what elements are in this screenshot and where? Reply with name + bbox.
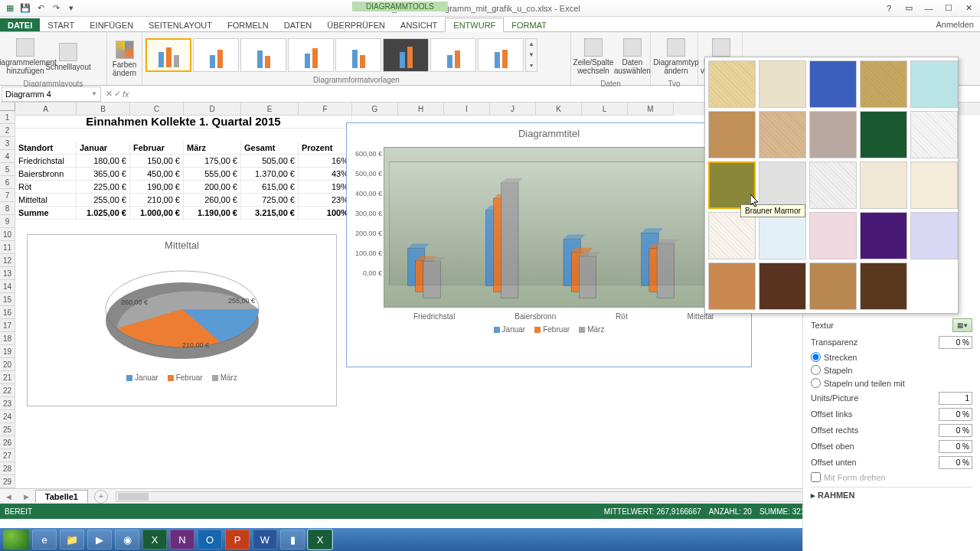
texture-swatch[interactable] bbox=[860, 161, 907, 209]
tab-seitenlayout[interactable]: SEITENLAYOUT bbox=[141, 18, 220, 31]
format-pane[interactable]: Textur▦▾ Transparenz Strecken Stapeln St… bbox=[802, 312, 980, 551]
column-header[interactable]: G bbox=[352, 103, 398, 116]
bar-chart[interactable]: Diagrammtitel 600,00 €500,00 €400,00 €30… bbox=[346, 122, 752, 367]
column-header[interactable]: F bbox=[299, 103, 352, 116]
texture-swatch[interactable] bbox=[708, 212, 756, 259]
row-header[interactable]: 11 bbox=[0, 241, 15, 254]
texture-swatch[interactable] bbox=[809, 161, 857, 209]
cancel-fx-icon[interactable]: ✕ bbox=[106, 89, 113, 99]
column-header[interactable]: J bbox=[490, 103, 536, 116]
enter-fx-icon[interactable]: ✓ bbox=[114, 89, 121, 99]
quick-layout-button[interactable]: Schnelllayout bbox=[49, 34, 87, 80]
select-data-button[interactable]: Daten auswählen bbox=[614, 34, 651, 80]
column-header[interactable]: H bbox=[398, 103, 444, 116]
sheet-nav-prev[interactable]: ◄ bbox=[0, 492, 18, 501]
row-header[interactable]: 1 bbox=[0, 111, 15, 124]
column-header[interactable]: E bbox=[241, 103, 299, 116]
row-header[interactable]: 14 bbox=[0, 280, 15, 293]
tab-entwurf[interactable]: ENTWURF bbox=[445, 18, 504, 32]
column-header[interactable]: L bbox=[582, 103, 628, 116]
chart-style-7[interactable] bbox=[430, 38, 476, 72]
tab-daten[interactable]: DATEN bbox=[276, 18, 319, 31]
tab-format[interactable]: FORMAT bbox=[504, 18, 554, 31]
qat-more-icon[interactable]: ▾ bbox=[64, 2, 78, 15]
offset-right-input[interactable] bbox=[939, 424, 972, 437]
fx-icon[interactable]: fx bbox=[122, 90, 129, 99]
chevron-down-icon[interactable]: ▼ bbox=[91, 90, 97, 97]
texture-swatch[interactable] bbox=[809, 111, 857, 158]
excel-tb-icon[interactable]: X bbox=[142, 530, 167, 549]
column-header[interactable]: A bbox=[15, 103, 77, 116]
texture-swatch[interactable] bbox=[759, 60, 806, 108]
chart-style-3[interactable] bbox=[240, 38, 286, 72]
row-header[interactable]: 29 bbox=[0, 475, 15, 488]
chrome-icon[interactable]: ◉ bbox=[115, 530, 139, 549]
signin-link[interactable]: Anmelden bbox=[929, 18, 980, 31]
styles-scroll[interactable]: ▲▼▾ bbox=[525, 38, 537, 72]
texture-swatch[interactable] bbox=[759, 111, 806, 158]
texture-swatch[interactable] bbox=[860, 212, 907, 259]
stack-radio[interactable] bbox=[811, 365, 821, 375]
sheet-nav-next[interactable]: ► bbox=[18, 492, 35, 501]
texture-dropdown-button[interactable]: ▦▾ bbox=[952, 318, 972, 332]
row-header[interactable]: 19 bbox=[0, 345, 15, 358]
row-header[interactable]: 4 bbox=[0, 150, 15, 163]
ribbon-options-icon[interactable]: ▭ bbox=[900, 2, 917, 15]
tab-formeln[interactable]: FORMELN bbox=[220, 18, 276, 31]
row-header[interactable]: 3 bbox=[0, 137, 15, 150]
pie-chart[interactable]: Mitteltal 255,00 € 210,00 € 260,00 € Jan… bbox=[27, 234, 337, 406]
texture-swatch[interactable] bbox=[860, 60, 907, 108]
chart-style-5[interactable] bbox=[335, 38, 381, 72]
chart-styles-gallery[interactable]: ▲▼▾ bbox=[145, 34, 567, 76]
app-icon[interactable]: ▮ bbox=[280, 530, 305, 549]
row-header[interactable]: 26 bbox=[0, 436, 15, 449]
chart-style-2[interactable] bbox=[193, 38, 239, 72]
texture-swatch[interactable] bbox=[759, 161, 806, 209]
outlook-icon[interactable]: O bbox=[198, 530, 222, 549]
row-header[interactable]: 12 bbox=[0, 254, 15, 267]
ie-icon[interactable]: e bbox=[32, 530, 57, 549]
redo-icon[interactable]: ↷ bbox=[49, 2, 63, 15]
texture-swatch[interactable] bbox=[708, 161, 756, 209]
texture-swatch[interactable] bbox=[708, 111, 756, 158]
texture-swatch[interactable] bbox=[708, 262, 756, 310]
row-header[interactable]: 23 bbox=[0, 397, 15, 410]
texture-swatch[interactable] bbox=[860, 111, 907, 158]
texture-swatch[interactable] bbox=[860, 262, 907, 310]
row-header[interactable]: 17 bbox=[0, 319, 15, 332]
row-header[interactable]: 25 bbox=[0, 423, 15, 436]
tab-ueberpruefen[interactable]: ÜBERPRÜFEN bbox=[319, 18, 393, 31]
chart-style-1[interactable] bbox=[145, 38, 191, 72]
close-icon[interactable]: ✕ bbox=[960, 2, 977, 15]
save-icon[interactable]: 💾 bbox=[18, 2, 32, 15]
row-header[interactable]: 16 bbox=[0, 306, 15, 319]
rahmen-section[interactable]: ▸ RAHMEN bbox=[811, 487, 972, 504]
switch-rowcol-button[interactable]: Zeile/Spalte wechseln bbox=[574, 34, 612, 80]
tab-start[interactable]: START bbox=[40, 18, 82, 31]
stretch-radio[interactable] bbox=[811, 352, 821, 362]
undo-icon[interactable]: ↶ bbox=[34, 2, 47, 15]
row-headers[interactable]: 1234567891011121314151617181920212223242… bbox=[0, 111, 15, 488]
add-chart-element-button[interactable]: Diagrammelement hinzufügen bbox=[3, 34, 47, 80]
texture-swatch[interactable] bbox=[910, 212, 958, 259]
texture-swatch[interactable] bbox=[809, 262, 857, 310]
tab-ansicht[interactable]: ANSICHT bbox=[393, 18, 445, 31]
row-header[interactable]: 2 bbox=[0, 124, 15, 137]
texture-swatch[interactable] bbox=[910, 161, 958, 209]
column-header[interactable]: D bbox=[184, 103, 241, 116]
texture-swatch[interactable] bbox=[809, 60, 857, 108]
texture-swatch[interactable] bbox=[759, 262, 806, 310]
row-header[interactable]: 13 bbox=[0, 267, 15, 280]
column-header[interactable]: I bbox=[444, 103, 490, 116]
powerpoint-icon[interactable]: P bbox=[225, 530, 250, 549]
row-header[interactable]: 5 bbox=[0, 163, 15, 176]
column-header[interactable]: K bbox=[536, 103, 582, 116]
units-input[interactable] bbox=[939, 392, 972, 405]
row-header[interactable]: 7 bbox=[0, 189, 15, 202]
texture-swatch[interactable] bbox=[759, 212, 806, 259]
stack-scale-radio[interactable] bbox=[811, 378, 821, 388]
row-header[interactable]: 18 bbox=[0, 332, 15, 345]
row-header[interactable]: 10 bbox=[0, 228, 15, 241]
change-colors-button[interactable]: Farben ändern bbox=[110, 36, 139, 82]
row-header[interactable]: 9 bbox=[0, 215, 15, 228]
